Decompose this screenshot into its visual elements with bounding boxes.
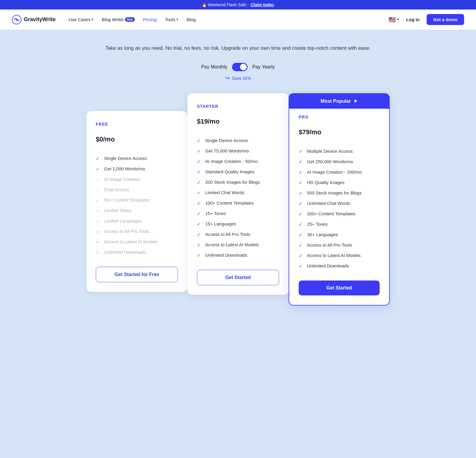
check-icon: ✓: [299, 211, 304, 216]
check-icon: ✓: [96, 176, 101, 182]
list-item: ✕ Unlimited Downloads: [96, 247, 178, 257]
nav-right: 🇺🇸 ▾ Log in Get a demo: [389, 14, 464, 25]
nav-use-cases[interactable]: Use Cases ▾: [65, 15, 97, 24]
pricing-grid: Free $0/mo ✓ Single Device Access ✓ Get …: [74, 93, 402, 306]
check-icon: ✓: [197, 158, 202, 164]
list-item: ✓ Multiple Device Access: [299, 146, 380, 156]
nav-links: Use Cases ▾ Blog Writer New Pricing Tool…: [65, 15, 389, 24]
list-item: ✓ Unlimited Chat Words: [299, 198, 380, 208]
announcement-link[interactable]: Claim today: [251, 2, 274, 7]
list-item: ✓ HD Quality Images: [299, 177, 380, 188]
chevron-down-icon: ▾: [176, 18, 178, 21]
check-icon: ✓: [299, 200, 304, 206]
chevron-down-icon: ▾: [92, 18, 93, 21]
check-icon: ✓: [96, 208, 101, 213]
free-plan-price: $0/mo: [96, 129, 178, 145]
free-plan-name: Free: [96, 122, 178, 127]
list-item: ✓ 200+ Content Templates: [299, 208, 380, 219]
check-icon: ✓: [197, 242, 202, 247]
list-item: ✕ Access to All Pro Tools: [96, 226, 178, 236]
check-icon: ✓: [197, 179, 202, 185]
nav-blog[interactable]: Blog: [183, 15, 199, 24]
new-badge: New: [125, 17, 135, 22]
check-icon: ✓: [197, 252, 202, 258]
check-icon: ✓: [299, 232, 304, 237]
check-icon: ✓: [197, 221, 202, 226]
list-item: ✓ Single Device Access: [197, 135, 279, 146]
list-item: ✓ AI Image Creation - 50/mo: [197, 156, 279, 166]
list-item: ✓ AI Image Creation: [96, 174, 178, 184]
pro-plan-price: $79/mo: [299, 122, 380, 138]
list-item: ✓ 15+ Languages: [197, 219, 279, 229]
list-item: ✓ Single Device Access: [96, 153, 178, 163]
announcement-text: 🔥 Weekend Flash Sale -: [202, 2, 249, 7]
sparkle-icon: ✦: [353, 98, 358, 105]
logo[interactable]: GravityWrite: [12, 15, 56, 24]
pro-plan-name: PRO: [299, 115, 380, 119]
billing-toggle: Pay Monthly Pay Yearly: [12, 63, 464, 71]
check-icon: ✓: [96, 197, 101, 202]
check-icon: ✓: [197, 231, 202, 237]
announcement-bar: 🔥 Weekend Flash Sale - Claim today: [0, 0, 476, 10]
check-icon: ✓: [96, 166, 101, 171]
logo-text: GravityWrite: [24, 16, 56, 23]
navbar: GravityWrite Use Cases ▾ Blog Writer New…: [0, 10, 476, 30]
language-selector[interactable]: 🇺🇸 ▾: [389, 16, 399, 23]
free-cta-button[interactable]: Get Started for Free: [96, 267, 178, 282]
x-icon: ✕: [96, 239, 101, 244]
list-item: ✓ 15+ Tones: [197, 208, 279, 219]
list-item: ✓ Get 250,000 Words/mo: [299, 156, 380, 167]
x-icon: ✕: [96, 228, 101, 234]
login-button[interactable]: Log in: [403, 15, 423, 24]
list-item: ✓ 50+ Content Templates: [96, 195, 178, 205]
main-content: Take as long as you need. No trial, no f…: [0, 30, 476, 329]
check-icon: ✓: [197, 200, 202, 205]
check-icon: ✓: [96, 155, 101, 161]
list-item: ✓ 100+ Content Templates: [197, 198, 279, 208]
demo-button[interactable]: Get a demo: [427, 14, 464, 25]
free-features-list: ✓ Single Device Access ✓ Get 1,000 Words…: [96, 153, 178, 257]
x-icon: ✕: [96, 249, 101, 255]
nav-blog-writer[interactable]: Blog Writer New: [98, 15, 138, 24]
billing-toggle-switch[interactable]: [232, 63, 248, 71]
check-icon: ✓: [299, 242, 304, 247]
check-icon: ✓: [96, 187, 101, 192]
yearly-label: Pay Yearly: [252, 64, 275, 70]
flag-icon: 🇺🇸: [389, 16, 396, 23]
list-item: ✓ Access to Latest AI Models: [299, 250, 380, 261]
chevron-down-icon: ▾: [397, 18, 399, 21]
check-icon: ✓: [299, 159, 304, 164]
starter-plan-card: STARTER $19/mo ✓ Single Device Access ✓ …: [187, 93, 289, 295]
list-item: ✓ Standard Quality Images: [197, 166, 279, 177]
pro-plan-card: Most Popular ✦ PRO $79/mo ✓ Multiple Dev…: [289, 93, 390, 306]
check-icon: ✓: [197, 138, 202, 143]
list-item: ✓ 500 Stock Images for Blogs: [299, 188, 380, 198]
list-item: ✓ AI Image Creation - 100/mo: [299, 167, 380, 177]
starter-plan-name: STARTER: [197, 104, 279, 109]
list-item: ✓ Access to All Pro Tools: [197, 229, 279, 239]
check-icon: ✓: [299, 190, 304, 195]
list-item: ✓ 30+ Languages: [299, 229, 380, 240]
check-icon: ✓: [299, 169, 304, 175]
list-item: ✓ Unlimited Downloads: [299, 261, 380, 271]
list-item: ✓ Access to Latest AI Models: [197, 239, 279, 250]
list-item: ✓ Limited Languages: [96, 216, 178, 226]
nav-pricing[interactable]: Pricing: [140, 15, 160, 24]
list-item: ✕ Access to Latest AI Models: [96, 236, 178, 247]
list-item: ✓ 200 Stock Images for Blogs: [197, 177, 279, 187]
monthly-label: Pay Monthly: [201, 64, 227, 70]
starter-cta-button[interactable]: Get Started: [197, 270, 279, 285]
check-icon: ✓: [197, 190, 202, 195]
check-icon: ✓: [197, 148, 202, 153]
check-icon: ✓: [299, 148, 304, 154]
check-icon: ✓: [197, 211, 202, 216]
check-icon: ✓: [197, 169, 202, 174]
check-icon: ✓: [299, 221, 304, 227]
nav-tools[interactable]: Tools ▾: [161, 15, 182, 24]
starter-features-list: ✓ Single Device Access ✓ Get 75,000 Word…: [197, 135, 279, 260]
check-icon: ✓: [299, 253, 304, 258]
list-item: ✓ Limited Tones: [96, 205, 178, 216]
pro-cta-button[interactable]: Get Started: [299, 281, 380, 295]
toggle-knob: [240, 64, 247, 70]
check-icon: ✓: [299, 180, 304, 185]
